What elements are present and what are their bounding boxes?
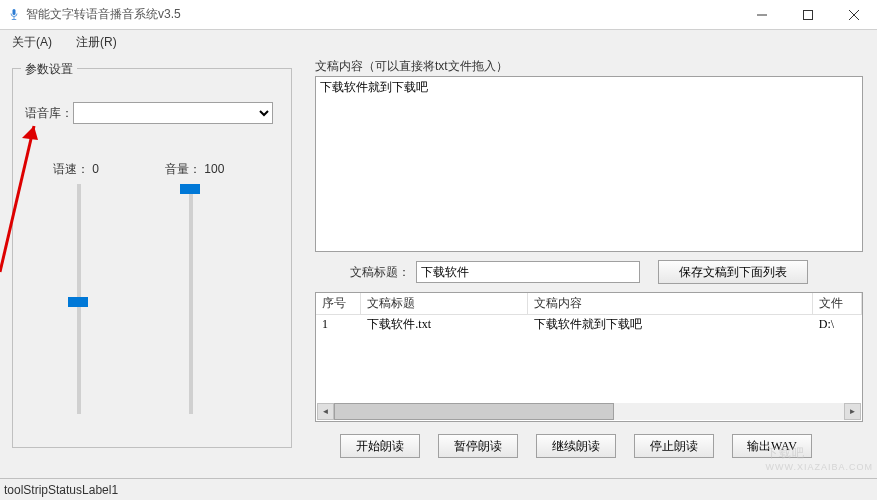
cell-path: D:\ <box>813 317 862 332</box>
scroll-thumb[interactable] <box>334 403 614 420</box>
save-to-list-button[interactable]: 保存文稿到下面列表 <box>658 260 808 284</box>
volume-slider-thumb[interactable] <box>180 184 200 194</box>
params-panel: 参数设置 语音库： 语速： 0 音量： 100 <box>12 68 292 448</box>
content-title-input[interactable] <box>416 261 640 283</box>
cell-content: 下载软件就到下载吧 <box>528 316 813 333</box>
maximize-button[interactable] <box>785 0 831 30</box>
resume-read-button[interactable]: 继续朗读 <box>536 434 616 458</box>
close-button[interactable] <box>831 0 877 30</box>
col-content[interactable]: 文稿内容 <box>528 293 813 314</box>
statusbar: toolStripStatusLabel1 <box>0 478 877 500</box>
content-section-label: 文稿内容（可以直接将txt文件拖入） <box>315 58 508 75</box>
svg-rect-0 <box>13 9 16 15</box>
volume-label: 音量： 100 <box>165 161 224 178</box>
col-title[interactable]: 文稿标题 <box>361 293 528 314</box>
col-path[interactable]: 文件 <box>813 293 862 314</box>
speed-slider-thumb[interactable] <box>68 297 88 307</box>
menubar: 关于(A) 注册(R) <box>0 30 877 54</box>
start-read-button[interactable]: 开始朗读 <box>340 434 420 458</box>
col-seq[interactable]: 序号 <box>316 293 361 314</box>
svg-rect-4 <box>804 10 813 19</box>
menu-about[interactable]: 关于(A) <box>8 32 56 53</box>
speed-value: 0 <box>92 162 99 176</box>
content-title-label: 文稿标题： <box>350 264 410 281</box>
params-panel-title: 参数设置 <box>21 61 77 78</box>
window-title: 智能文字转语音播音系统v3.5 <box>26 6 739 23</box>
voice-lib-label: 语音库： <box>25 105 73 122</box>
listview-header: 序号 文稿标题 文稿内容 文件 <box>316 293 862 315</box>
titlebar: 智能文字转语音播音系统v3.5 <box>0 0 877 30</box>
listview-hscrollbar[interactable]: ◄ ► <box>317 403 861 420</box>
mic-icon <box>8 9 20 21</box>
volume-value: 100 <box>204 162 224 176</box>
volume-slider-track[interactable] <box>189 184 193 414</box>
scroll-track[interactable] <box>334 403 844 420</box>
client-area: 参数设置 语音库： 语速： 0 音量： 100 文稿内容（可以直接将txt文件拖… <box>0 54 877 478</box>
menu-register[interactable]: 注册(R) <box>72 32 121 53</box>
stop-read-button[interactable]: 停止朗读 <box>634 434 714 458</box>
scroll-left-icon[interactable]: ◄ <box>317 403 334 420</box>
scroll-right-icon[interactable]: ► <box>844 403 861 420</box>
voice-lib-select[interactable] <box>73 102 273 124</box>
document-listview[interactable]: 序号 文稿标题 文稿内容 文件 1 下载软件.txt 下载软件就到下载吧 D:\… <box>315 292 863 422</box>
playback-buttons: 开始朗读 暂停朗读 继续朗读 停止朗读 输出WAV <box>340 434 812 458</box>
output-wav-button[interactable]: 输出WAV <box>732 434 812 458</box>
cell-seq: 1 <box>316 317 361 332</box>
speed-label: 语速： 0 <box>53 161 99 178</box>
minimize-button[interactable] <box>739 0 785 30</box>
pause-read-button[interactable]: 暂停朗读 <box>438 434 518 458</box>
status-label: toolStripStatusLabel1 <box>4 483 118 497</box>
cell-title: 下载软件.txt <box>361 316 528 333</box>
content-textarea[interactable] <box>315 76 863 252</box>
list-row[interactable]: 1 下载软件.txt 下载软件就到下载吧 D:\ <box>316 315 862 333</box>
